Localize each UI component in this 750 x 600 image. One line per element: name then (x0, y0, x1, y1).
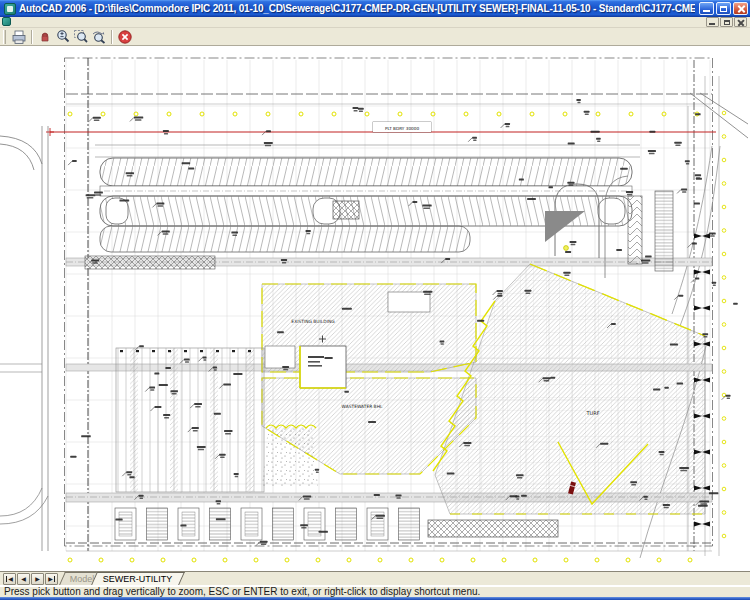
zoom-window-icon[interactable] (72, 29, 90, 45)
exit-icon[interactable] (116, 29, 134, 45)
site-plan-drawing: PLT BDRY 30000 EXISTING BUILDING WASTEWA… (0, 46, 750, 571)
drawing-file-icon (2, 17, 11, 26)
tab-nav-next-button[interactable]: ▶ (31, 573, 44, 585)
autocad-window: AutoCAD 2006 - [D:\files\Commodore IPIC … (0, 0, 750, 600)
existing-building-label: EXISTING BUILDING (291, 319, 335, 324)
zoom-toolbar (0, 28, 750, 46)
window-controls (699, 2, 748, 15)
layout-tab-bar: ◀ ◀ ▶ ▶ Model SEWER-UTILITY (0, 571, 750, 585)
minimize-button[interactable] (699, 2, 714, 15)
toolbar-grip[interactable] (3, 30, 6, 44)
status-message: Press pick button and drag vertically to… (0, 586, 480, 597)
plot-boundary-label: PLT BDRY 30000 (385, 126, 419, 131)
window-title: AutoCAD 2006 - [D:\files\Commodore IPIC … (19, 3, 695, 14)
pan-realtime-icon[interactable] (36, 29, 54, 45)
tab-nav-previous-button[interactable]: ◀ (17, 573, 30, 585)
title-bar: AutoCAD 2006 - [D:\files\Commodore IPIC … (0, 0, 750, 17)
bottom-units-row (115, 508, 420, 540)
tab-sewer-utility[interactable]: SEWER-UTILITY (91, 572, 185, 585)
menu-row (0, 17, 750, 28)
tab-navigation: ◀ ◀ ▶ ▶ (3, 573, 58, 585)
child-window-controls (706, 17, 747, 27)
plot-icon[interactable] (10, 29, 28, 45)
zoom-realtime-icon[interactable] (54, 29, 72, 45)
toolbar-separator (111, 30, 113, 44)
toolbar-separator (31, 30, 33, 44)
drawing-canvas[interactable]: PLT BDRY 30000 EXISTING BUILDING WASTEWA… (0, 46, 750, 571)
landscape-stipple (262, 425, 318, 486)
child-minimize-button[interactable] (706, 17, 719, 27)
wastewater-label: WASTEWATER BHL (342, 404, 383, 409)
child-close-button[interactable] (734, 17, 747, 27)
child-restore-button[interactable] (720, 17, 733, 27)
tab-nav-first-button[interactable]: ◀ (3, 573, 16, 585)
status-bar: Press pick button and drag vertically to… (0, 585, 750, 597)
parking-area (100, 158, 632, 252)
zoom-previous-icon[interactable] (90, 29, 108, 45)
autocad-app-icon (4, 3, 16, 15)
close-button[interactable] (733, 2, 748, 15)
tab-nav-last-button[interactable]: ▶ (45, 573, 58, 585)
turf-label: TURF (585, 410, 599, 416)
bottom-crosshatch-strip (428, 520, 558, 537)
restore-button[interactable] (716, 2, 731, 15)
